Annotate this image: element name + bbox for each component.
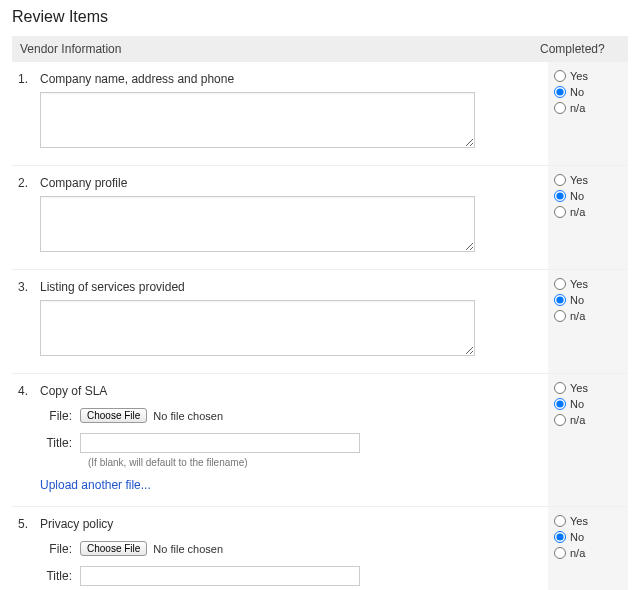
radio-no[interactable]: No xyxy=(554,86,622,98)
radio-na[interactable]: n/a xyxy=(554,206,622,218)
radio-na-label: n/a xyxy=(570,547,585,559)
radio-na-label: n/a xyxy=(570,414,585,426)
item-label: Privacy policy xyxy=(40,517,536,531)
item-textarea[interactable] xyxy=(40,92,475,148)
radio-na-input[interactable] xyxy=(554,310,566,322)
radio-na-label: n/a xyxy=(570,206,585,218)
item-textarea[interactable] xyxy=(40,300,475,356)
radio-no-input[interactable] xyxy=(554,294,566,306)
radio-na-input[interactable] xyxy=(554,547,566,559)
radio-no-label: No xyxy=(570,294,584,306)
completed-radio-group: Yes No n/a xyxy=(548,62,628,165)
section-header-main: Vendor Information xyxy=(20,42,540,56)
radio-na[interactable]: n/a xyxy=(554,310,622,322)
no-file-text: No file chosen xyxy=(153,410,223,422)
radio-yes-label: Yes xyxy=(570,174,588,186)
radio-no-label: No xyxy=(570,86,584,98)
review-item: 2. Company profile Yes No n/a xyxy=(12,166,628,270)
choose-file-button[interactable]: Choose File xyxy=(80,541,147,556)
item-textarea[interactable] xyxy=(40,196,475,252)
title-row: Title: xyxy=(40,566,536,586)
item-label: Company profile xyxy=(40,176,536,190)
radio-na-label: n/a xyxy=(570,102,585,114)
title-row: Title: xyxy=(40,433,536,453)
title-input[interactable] xyxy=(80,566,360,586)
page-title: Review Items xyxy=(12,8,628,26)
item-number: 5. xyxy=(12,517,40,590)
radio-yes-input[interactable] xyxy=(554,515,566,527)
radio-yes-input[interactable] xyxy=(554,174,566,186)
item-number: 4. xyxy=(12,384,40,492)
title-label: Title: xyxy=(40,436,80,450)
radio-no-input[interactable] xyxy=(554,190,566,202)
radio-no-label: No xyxy=(570,190,584,202)
radio-yes-label: Yes xyxy=(570,70,588,82)
radio-yes-label: Yes xyxy=(570,515,588,527)
file-row: File: Choose File No file chosen xyxy=(40,541,536,556)
radio-no-label: No xyxy=(570,531,584,543)
radio-na[interactable]: n/a xyxy=(554,102,622,114)
radio-yes-label: Yes xyxy=(570,278,588,290)
completed-radio-group: Yes No n/a xyxy=(548,374,628,506)
review-item: 1. Company name, address and phone Yes N… xyxy=(12,62,628,166)
item-label: Copy of SLA xyxy=(40,384,536,398)
radio-yes-input[interactable] xyxy=(554,70,566,82)
radio-no-input[interactable] xyxy=(554,86,566,98)
choose-file-button[interactable]: Choose File xyxy=(80,408,147,423)
radio-no[interactable]: No xyxy=(554,531,622,543)
radio-na-input[interactable] xyxy=(554,414,566,426)
section-header-completed: Completed? xyxy=(540,42,620,56)
file-label: File: xyxy=(40,409,80,423)
upload-another-link[interactable]: Upload another file... xyxy=(40,478,536,492)
radio-yes[interactable]: Yes xyxy=(554,70,622,82)
radio-no[interactable]: No xyxy=(554,294,622,306)
title-input[interactable] xyxy=(80,433,360,453)
radio-no-input[interactable] xyxy=(554,531,566,543)
file-label: File: xyxy=(40,542,80,556)
file-row: File: Choose File No file chosen xyxy=(40,408,536,423)
radio-na[interactable]: n/a xyxy=(554,414,622,426)
radio-na-input[interactable] xyxy=(554,206,566,218)
radio-no-input[interactable] xyxy=(554,398,566,410)
radio-na-label: n/a xyxy=(570,310,585,322)
radio-na[interactable]: n/a xyxy=(554,547,622,559)
review-item: 3. Listing of services provided Yes No n… xyxy=(12,270,628,374)
item-number: 2. xyxy=(12,176,40,255)
section-header: Vendor Information Completed? xyxy=(12,36,628,62)
title-label: Title: xyxy=(40,569,80,583)
radio-no[interactable]: No xyxy=(554,398,622,410)
radio-no-label: No xyxy=(570,398,584,410)
radio-na-input[interactable] xyxy=(554,102,566,114)
review-item: 4. Copy of SLA File: Choose File No file… xyxy=(12,374,628,507)
title-hint: (If blank, will default to the filename) xyxy=(88,457,536,468)
radio-yes[interactable]: Yes xyxy=(554,278,622,290)
radio-yes-input[interactable] xyxy=(554,278,566,290)
completed-radio-group: Yes No n/a xyxy=(548,270,628,373)
no-file-text: No file chosen xyxy=(153,543,223,555)
radio-yes[interactable]: Yes xyxy=(554,515,622,527)
radio-yes[interactable]: Yes xyxy=(554,382,622,394)
completed-radio-group: Yes No n/a xyxy=(548,507,628,590)
radio-no[interactable]: No xyxy=(554,190,622,202)
item-number: 1. xyxy=(12,72,40,151)
radio-yes[interactable]: Yes xyxy=(554,174,622,186)
radio-yes-input[interactable] xyxy=(554,382,566,394)
item-label: Listing of services provided xyxy=(40,280,536,294)
radio-yes-label: Yes xyxy=(570,382,588,394)
item-label: Company name, address and phone xyxy=(40,72,536,86)
completed-radio-group: Yes No n/a xyxy=(548,166,628,269)
review-item: 5. Privacy policy File: Choose File No f… xyxy=(12,507,628,590)
item-number: 3. xyxy=(12,280,40,359)
